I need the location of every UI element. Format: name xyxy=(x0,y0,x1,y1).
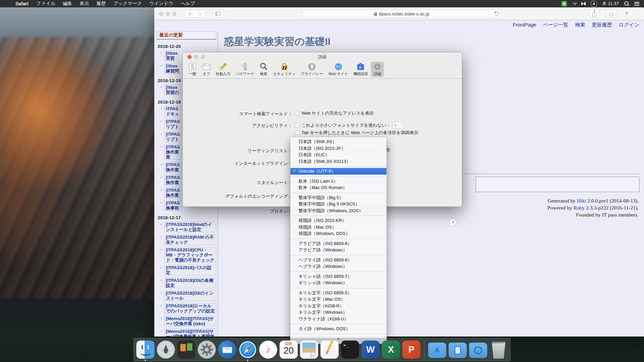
menu-item[interactable]: ファイル xyxy=(33,1,59,7)
encoding-menu-item[interactable]: 繁体字中国語（Windows, DOS） xyxy=(290,207,386,214)
wiki-page-link[interactable]: [Memo2018][ITPASS]サーバ交換作業 (tako) xyxy=(164,316,216,326)
dock-preview[interactable] xyxy=(300,341,318,359)
prefs-tab-security[interactable]: セキュリティ xyxy=(271,62,298,77)
show-full-address-checkbox[interactable] xyxy=(295,111,300,116)
wiki-page-link[interactable]: [ITPAS 換作業 xyxy=(164,175,181,185)
wiki-page-link[interactable]: [ITPAS 換作業 業 xyxy=(164,144,181,160)
dock-itunes[interactable]: ♪ xyxy=(259,341,277,359)
wiki-page-link[interactable]: ITPAS ドキュ xyxy=(164,106,180,117)
menu-clock[interactable]: 木 11:37 xyxy=(602,1,619,7)
close-button[interactable] xyxy=(159,12,163,16)
encoding-menu-item[interactable]: キリル文字（Mac OS） xyxy=(290,296,386,303)
encoding-menu-item[interactable]: 日本語（Shift JIS） xyxy=(290,138,386,145)
tab-overview-button[interactable] xyxy=(606,10,616,18)
dock-calendar[interactable]: 12月20 xyxy=(280,341,298,359)
encoding-menu-item[interactable]: 日本語（EUC） xyxy=(290,152,386,158)
wiki-page-link[interactable]: [ITPASS2018]RAM の不良チェック xyxy=(164,234,216,245)
footer-link[interactable]: Ruby xyxy=(574,205,585,210)
dock-terminal[interactable]: >_ xyxy=(341,341,359,359)
wiki-page-link[interactable]: [ITPASS2018]OSの各種設定 xyxy=(164,278,216,288)
encoding-menu-item[interactable]: 繁体字中国語（Big 5） xyxy=(290,194,386,201)
forward-button[interactable]: › xyxy=(195,10,206,18)
prefs-tab-websites[interactable]: Web サイト xyxy=(326,62,350,77)
encoding-menu-item[interactable]: ヘブライ語（Windows） xyxy=(290,263,386,270)
prefs-tab-extensions[interactable]: 機能拡張 xyxy=(351,62,370,77)
menu-item[interactable]: 履歴 xyxy=(93,1,109,7)
wiki-page-link[interactable]: [Memo2018][ITPASS]サーバ交換事作業 1 週間後に行う作業 xyxy=(164,328,216,337)
wifi-off-icon[interactable] xyxy=(572,2,578,6)
dock-launchpad[interactable] xyxy=(157,341,175,359)
status-app-icon[interactable] xyxy=(561,1,567,6)
back-button[interactable]: ‹ xyxy=(184,10,195,18)
encoding-menu-item[interactable]: 日本語（ISO 2022-JP） xyxy=(290,145,386,152)
wiki-page-link[interactable]: [ITPAS 換作業 xyxy=(164,187,181,198)
encoding-menu-item[interactable]: 日本語（Shift JIS X0213） xyxy=(290,158,386,165)
menu-item[interactable]: 表示 xyxy=(76,1,93,7)
min-font-size-checkbox[interactable] xyxy=(295,123,300,128)
encoding-menu-item[interactable]: ギリシャ語（ISO 8859-7） xyxy=(290,273,386,280)
wiki-page-link[interactable]: [itbas 練習問 xyxy=(164,63,180,74)
dock-trash[interactable] xyxy=(490,341,508,359)
encoding-menu-item[interactable]: 韓国語（Mac OS） xyxy=(290,224,386,231)
input-source-icon[interactable]: A xyxy=(591,1,597,7)
wiki-page-link[interactable]: [ITPASS2018]bindのインストールと設定 xyxy=(164,222,216,232)
dock-textedit[interactable] xyxy=(321,341,339,359)
zoom-button[interactable] xyxy=(172,12,176,16)
encoding-menu-item[interactable]: 韓国語（ISO 2022-KR） xyxy=(290,217,386,224)
dock-powerpoint[interactable]: P xyxy=(402,341,421,359)
wiki-nav-link[interactable]: ページ一覧 xyxy=(543,22,569,28)
encoding-menu-item[interactable]: 欧米（Mac OS Roman） xyxy=(290,184,386,191)
dock-folder-documents[interactable] xyxy=(449,341,467,359)
dock-app-windows[interactable] xyxy=(177,341,196,359)
address-bar[interactable]: itpass.scitec.kobe-u.ac.jp xyxy=(302,9,501,18)
wiki-page-link[interactable]: [ITPAS リプト xyxy=(164,131,181,142)
wiki-nav-link[interactable]: FrontPage xyxy=(513,22,536,28)
wiki-page-link[interactable]: [ITPAS 換事前 xyxy=(164,200,181,211)
encoding-menu-item[interactable]: キリル文字（KOI8-R） xyxy=(290,303,386,309)
encoding-menu-item[interactable]: キリル文字（ISO 8859-5） xyxy=(290,290,386,296)
dock-word[interactable]: W xyxy=(362,341,380,359)
sidebar-toggle-button[interactable] xyxy=(212,10,224,18)
wiki-page-link[interactable]: [itbas 実習の xyxy=(164,84,180,95)
dock-finder[interactable] xyxy=(137,341,155,359)
encoding-menu-item[interactable]: ギリシャ語（Windows） xyxy=(290,280,386,286)
prefs-tab-autofill[interactable]: 自動入力 xyxy=(214,62,232,77)
prefs-tab-privacy[interactable]: プライバシー xyxy=(299,62,325,77)
prefs-tab-passwords[interactable]: パスワード xyxy=(233,62,256,77)
wiki-page-link[interactable]: [ITPAS 換作業 xyxy=(164,162,181,173)
wiki-page-link[interactable]: [ITPASS2018]CPU・MB・グラフィックボード・電源の不良チェック xyxy=(164,247,216,263)
encoding-menu-item[interactable]: アラビア語（ISO 8859-6） xyxy=(290,240,386,247)
dock-safari[interactable] xyxy=(239,341,257,359)
menu-item[interactable]: 編集 xyxy=(59,1,76,7)
wiki-nav-link[interactable]: ログイン xyxy=(619,22,639,28)
wiki-nav-link[interactable]: 検索 xyxy=(575,22,585,28)
reload-icon[interactable] xyxy=(494,11,498,16)
wiki-page-link[interactable]: [ITPASS2018]パスの設定 xyxy=(164,265,216,276)
volume-icon[interactable] xyxy=(583,2,586,6)
tab-highlight-checkbox[interactable] xyxy=(295,130,300,135)
prefs-tab-search[interactable]: 検索 xyxy=(257,62,270,77)
dock-system-preferences[interactable] xyxy=(198,341,216,359)
encoding-menu-item[interactable]: キリル文字（Windows） xyxy=(290,309,386,316)
minimize-button[interactable] xyxy=(166,12,170,16)
encoding-menu-item[interactable]: タイ語（Windows, DOS） xyxy=(290,325,386,332)
wiki-page-link[interactable]: [itbas 実習 xyxy=(164,50,179,61)
new-tab-button[interactable]: + xyxy=(623,10,631,18)
share-button[interactable] xyxy=(589,10,600,18)
help-button[interactable]: ? xyxy=(449,219,457,226)
dock-folder-applications[interactable]: A xyxy=(428,341,446,359)
footer-link[interactable]: Hiki xyxy=(577,198,586,203)
prefs-tab-general[interactable]: 一般 xyxy=(186,62,199,77)
encoding-menu-item[interactable]: 繁体字中国語（Big 5 HKSCS） xyxy=(290,201,386,207)
prefs-tab-advanced[interactable]: 詳細 xyxy=(371,62,384,77)
wiki-nav-link[interactable]: 更新履歴 xyxy=(592,22,612,28)
menu-item[interactable]: ブックマーク xyxy=(109,1,146,7)
notification-center-icon[interactable] xyxy=(634,2,639,6)
menu-item[interactable]: ウインドウ xyxy=(146,1,177,7)
menu-app-name[interactable]: Safari xyxy=(11,1,33,6)
wiki-page-link[interactable]: [ITPASS2018]OSのインストール xyxy=(164,290,216,301)
menu-item[interactable]: ヘルプ xyxy=(177,1,199,7)
encoding-menu-item[interactable]: 韓国語（Windows, DOS） xyxy=(290,230,386,237)
encoding-menu-item[interactable]: ウクライナ語（KOI8-U） xyxy=(290,316,386,322)
dock-folder-downloads[interactable]: ↓ xyxy=(469,341,487,359)
